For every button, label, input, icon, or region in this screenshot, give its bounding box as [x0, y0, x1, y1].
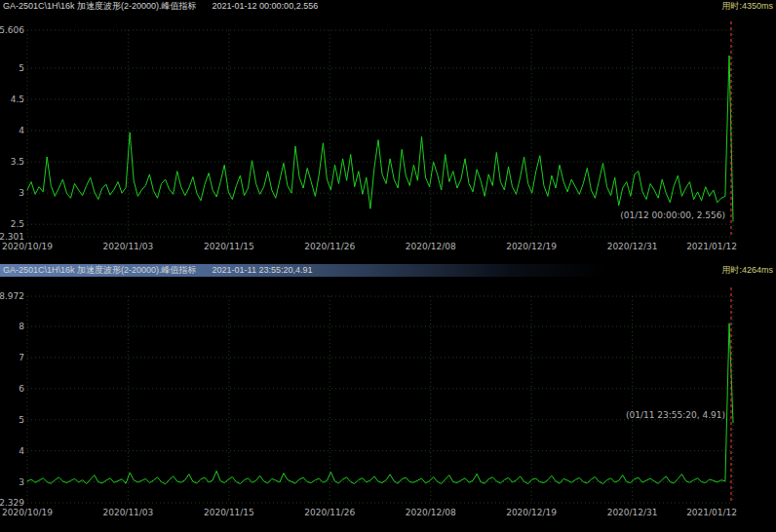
- curve-header-selected[interactable]: GA-2501C\1H\16k 加速度波形(2-20000).峰值指标 2021…: [0, 264, 776, 277]
- cursor-annotation: (01/12 00:00:00, 2.556): [620, 210, 725, 220]
- elapsed-time: 用时:4350ms: [721, 0, 773, 13]
- x-tick-label: 2020/12/31: [607, 242, 658, 251]
- y-tick-label: 4.5: [11, 95, 24, 104]
- y-tick-label: 4: [19, 126, 24, 135]
- y-tick-label: 4: [19, 446, 24, 456]
- x-tick-label: 2021/01/12: [686, 242, 737, 251]
- x-tick-label: 2020/11/26: [304, 242, 355, 251]
- x-tick-label: 2020/10/19: [2, 508, 53, 517]
- x-tick-label: 2020/12/19: [506, 242, 557, 251]
- y-tick-label: 6: [19, 384, 24, 394]
- x-tick-label: 2021/01/12: [686, 508, 737, 517]
- y-tick-label: 5: [19, 63, 24, 73]
- curve-timestamp: 2021-01-11 23:55:20,4.91: [213, 264, 313, 277]
- x-tick-label: 2020/11/15: [204, 508, 254, 517]
- y-tick-label: 8.972: [0, 291, 24, 301]
- y-tick-label: 3.5: [11, 157, 24, 167]
- y-tick-label: 2.329: [0, 498, 24, 508]
- x-tick-label: 2020/11/15: [204, 242, 254, 251]
- elapsed-time: 用时:4264ms: [721, 264, 773, 277]
- y-tick-label: 2.5: [11, 219, 24, 229]
- x-tick-label: 2020/12/19: [506, 508, 557, 517]
- bottom-chart-plot[interactable]: 8.9728765432.3292020/10/192020/11/032020…: [0, 277, 776, 532]
- y-tick-label: 5.606: [0, 25, 24, 35]
- curve-title: GA-2501C\1H\16k 加速度波形(2-20000).峰值指标: [3, 0, 197, 13]
- x-tick-label: 2020/12/31: [607, 508, 658, 517]
- series-line: [27, 56, 733, 221]
- y-tick-label: 3: [19, 477, 24, 487]
- trend-viewer-window: GA-2501C\1H\16k 加速度波形(2-20000).峰值指标 2021…: [0, 0, 776, 532]
- y-tick-label: 3: [19, 188, 24, 198]
- x-tick-label: 2020/12/08: [406, 242, 456, 251]
- y-tick-label: 7: [19, 353, 24, 362]
- x-tick-label: 2020/11/03: [102, 508, 153, 517]
- x-tick-label: 2020/11/26: [304, 508, 355, 517]
- y-tick-label: 8: [19, 322, 24, 331]
- curve-header-top[interactable]: GA-2501C\1H\16k 加速度波形(2-20000).峰值指标 2021…: [0, 0, 776, 13]
- series-line: [27, 323, 733, 484]
- curve-title: GA-2501C\1H\16k 加速度波形(2-20000).峰值指标: [3, 264, 197, 277]
- cursor-annotation: (01/11 23:55:20, 4.91): [626, 410, 725, 420]
- x-tick-label: 2020/10/19: [2, 242, 53, 251]
- curve-timestamp: 2021-01-12 00:00:00,2.556: [213, 0, 319, 13]
- y-tick-label: 5: [19, 415, 24, 425]
- x-tick-label: 2020/11/03: [102, 242, 153, 251]
- x-tick-label: 2020/12/08: [406, 508, 456, 517]
- y-tick-label: 2.301: [0, 232, 24, 242]
- top-chart-plot[interactable]: 5.60654.543.532.52.3012020/10/192020/11/…: [0, 13, 776, 264]
